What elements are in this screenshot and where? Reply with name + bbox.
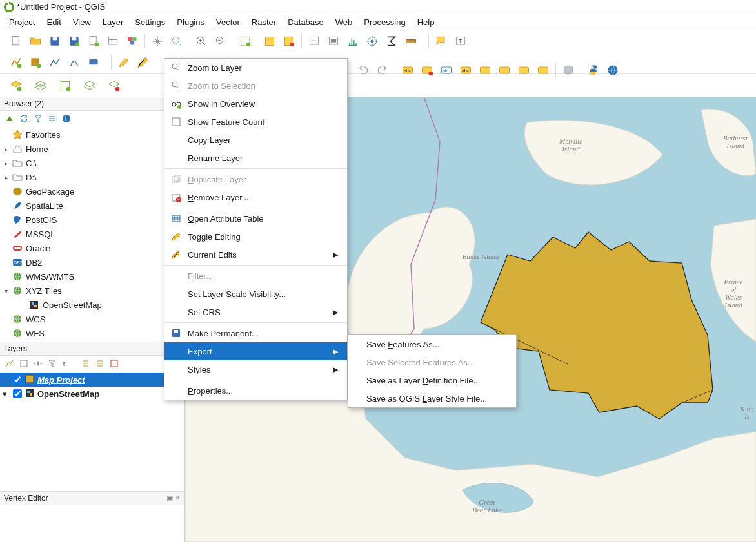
add-raster-button[interactable] [26, 53, 45, 72]
processing-button[interactable] [363, 32, 382, 50]
add-layer-button[interactable] [6, 77, 26, 95]
browser-item[interactable]: PostGIS [0, 213, 184, 227]
browser-item[interactable]: WMS/WMTS [0, 269, 184, 284]
zoom-next-button[interactable] [324, 32, 343, 50]
measure-button[interactable] [401, 32, 421, 50]
menu-item[interactable]: Rename Layer [164, 149, 347, 167]
menu-processing[interactable]: Processing [359, 16, 410, 28]
browser-item[interactable]: ▾XYZ Tiles [0, 284, 184, 298]
label-move-button[interactable] [475, 61, 495, 79]
python-console-button[interactable] [584, 61, 603, 79]
map-tips-button[interactable] [432, 32, 451, 50]
menu-item[interactable]: Copy Layer [164, 131, 347, 149]
refresh-icon[interactable] [18, 113, 30, 124]
add-group-button[interactable] [31, 77, 50, 95]
zoom-last-button[interactable] [304, 32, 324, 50]
edit-pencil-button[interactable] [114, 53, 134, 72]
browser-item[interactable]: GeoPackage [0, 184, 184, 198]
new-project-button[interactable] [6, 32, 26, 50]
browser-item[interactable]: WFS [0, 326, 184, 340]
layer-row[interactable]: ▾OpenStreetMap [0, 387, 184, 401]
open-project-button[interactable] [26, 32, 45, 50]
menu-view[interactable]: View [68, 16, 96, 28]
sum-button[interactable] [382, 32, 401, 50]
new-shapefile-button[interactable] [45, 53, 65, 72]
label-show-button[interactable]: abc [456, 61, 475, 79]
menu-vector[interactable]: Vector [211, 16, 245, 28]
filter-legend-icon[interactable] [46, 358, 58, 369]
add-layer-icon[interactable] [4, 113, 15, 124]
menu-item[interactable]: Open Attribute Table [164, 209, 347, 227]
browser-item[interactable]: WCS [0, 312, 184, 326]
zoom-in-button[interactable] [192, 32, 211, 50]
undo-button[interactable] [353, 61, 373, 79]
save-project-button[interactable] [45, 32, 65, 50]
menu-item[interactable]: Set Layer Scale Visibility... [164, 285, 347, 303]
menu-item[interactable]: Styles▶ [164, 360, 347, 378]
menu-layer[interactable]: Layer [97, 16, 129, 28]
label-props-button[interactable] [533, 61, 553, 79]
browser-item[interactable]: MSSQL [0, 227, 184, 241]
remove-layer-button[interactable] [104, 77, 124, 95]
expand-all-icon[interactable] [80, 358, 92, 369]
browser-item[interactable]: OpenStreetMap [0, 298, 184, 312]
zoom-out-button[interactable] [211, 32, 230, 50]
database-button[interactable] [559, 61, 578, 79]
menu-item[interactable]: Remove Layer... [164, 188, 347, 206]
new-spatialite-button[interactable] [65, 53, 84, 72]
label-change-button[interactable] [514, 61, 533, 79]
zoom-full-button[interactable] [235, 32, 255, 50]
add-group-icon[interactable] [18, 358, 30, 369]
menu-item[interactable]: Zoom to Layer [164, 59, 347, 77]
menu-plugins[interactable]: Plugins [172, 16, 210, 28]
layer-context-menu[interactable]: Zoom to LayerZoom to SelectionShow in Ov… [164, 58, 348, 400]
browser-item[interactable]: DB2DB2 [0, 255, 184, 269]
collapse-icon[interactable] [46, 113, 58, 124]
label-abc-button[interactable]: abc [398, 61, 417, 79]
submenu-item[interactable]: Save as QGIS Layer Style File... [348, 389, 516, 407]
label-rotate-button[interactable] [495, 61, 514, 79]
collapse-all-icon[interactable] [94, 358, 106, 369]
save-as-button[interactable] [65, 32, 84, 50]
menu-raster[interactable]: Raster [246, 16, 281, 28]
redo-button[interactable] [373, 61, 392, 79]
browser-item[interactable]: ▸D:\ [0, 170, 184, 184]
manage-layers-button[interactable] [55, 77, 75, 95]
browser-item[interactable]: Oracle [0, 241, 184, 255]
web-button[interactable] [603, 61, 622, 79]
menu-help[interactable]: Help [412, 16, 440, 28]
menu-item[interactable]: Set CRS▶ [164, 303, 347, 321]
menu-item[interactable]: Export▶ [164, 342, 347, 360]
menu-settings[interactable]: Settings [130, 16, 170, 28]
menu-item[interactable]: Show Feature Count [164, 113, 347, 131]
menu-item[interactable]: Toggle Editing [164, 227, 347, 246]
menu-item[interactable]: Properties... [164, 382, 347, 400]
expression-icon[interactable]: ε [61, 358, 72, 369]
pan-button[interactable] [148, 32, 167, 50]
pan-to-selection-button[interactable] [167, 32, 186, 50]
new-geopackage-button[interactable] [84, 53, 103, 72]
filter-layers-button[interactable] [80, 77, 99, 95]
menu-item[interactable]: Make Permanent... [164, 324, 347, 342]
add-vector-button[interactable] [6, 53, 26, 72]
label-pin-button[interactable] [417, 61, 437, 79]
layer-row[interactable]: Map Project [0, 373, 184, 387]
style-manager-button[interactable] [123, 32, 142, 50]
zoom-layer-button[interactable] [279, 32, 299, 50]
menu-item[interactable]: Show in Overview [164, 95, 347, 113]
menu-edit[interactable]: Edit [41, 16, 66, 28]
layer-visibility-checkbox[interactable] [13, 375, 22, 384]
statistics-button[interactable] [343, 32, 363, 50]
layout-manager-button[interactable] [103, 32, 123, 50]
edit-tools-button[interactable] [134, 53, 153, 72]
submenu-item[interactable]: Save Features As... [348, 335, 516, 353]
menu-project[interactable]: Project [4, 16, 40, 28]
layer-visibility-checkbox[interactable] [13, 389, 22, 398]
remove-layer-icon[interactable] [108, 358, 120, 369]
browser-item[interactable]: ▸C:\ [0, 156, 184, 170]
browser-item[interactable]: ▸Home [0, 142, 184, 156]
panel-close-icons[interactable]: ▣ ✕ [166, 494, 181, 503]
zoom-selection-button[interactable] [260, 32, 279, 50]
export-submenu[interactable]: Save Features As...Save Selected Feature… [348, 334, 517, 408]
visibility-icon[interactable] [32, 358, 44, 369]
